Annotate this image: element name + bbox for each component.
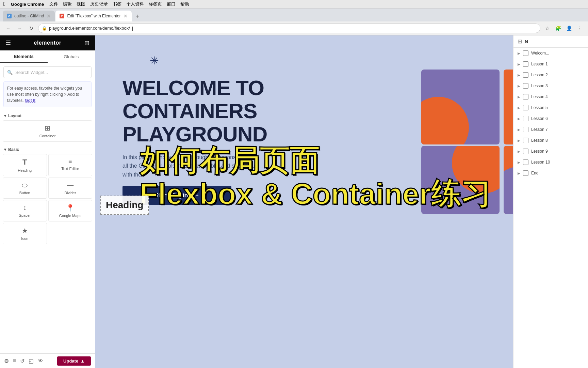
layout-widgets-grid: ⊞ Container bbox=[2, 120, 93, 144]
favorites-notice-text: For easy access, favorite the widgets yo… bbox=[7, 86, 82, 103]
outline-container-icon-7 bbox=[523, 127, 528, 132]
dots-icon: ⋮ bbox=[577, 26, 582, 31]
menu-help[interactable]: 帮助 bbox=[180, 1, 189, 7]
card-bottom-left bbox=[421, 146, 500, 214]
circle-orange-topleft bbox=[421, 97, 469, 144]
container-icon: ⊞ bbox=[45, 124, 50, 132]
update-button[interactable]: Update ▲ bbox=[57, 356, 91, 366]
search-icon: 🔍 bbox=[7, 70, 13, 75]
app-name[interactable]: Google Chrome bbox=[11, 2, 44, 7]
tab-favicon-elementor: E bbox=[60, 14, 64, 18]
tab-outline-close[interactable]: ✕ bbox=[47, 13, 51, 19]
heading-widget-label: Heading bbox=[106, 200, 143, 210]
outline-item-lesson2[interactable]: ▶ Lesson 2 bbox=[513, 70, 588, 80]
icon-label: Icon bbox=[21, 236, 28, 241]
address-bar[interactable]: 🔒 playground.elementor.com/demo/flexbox/… bbox=[38, 24, 540, 33]
divider-icon: — bbox=[67, 181, 74, 189]
new-tab-button[interactable]: + bbox=[132, 11, 143, 21]
outline-container-icon-10 bbox=[523, 159, 528, 165]
outline-item-end[interactable]: ▶ End bbox=[513, 168, 588, 179]
elementor-sidebar: ☰ elementor ⊞ Elements Globals 🔍 Search … bbox=[0, 35, 95, 368]
outline-item-lesson5[interactable]: ▶ Lesson 5 bbox=[513, 102, 588, 113]
menu-edit[interactable]: 编辑 bbox=[63, 1, 72, 7]
elementor-logo: elementor bbox=[34, 40, 62, 46]
tab-elementor[interactable]: E Edit "Flexbox" with Elementor ✕ bbox=[55, 11, 131, 21]
widget-container[interactable]: ⊞ Container bbox=[3, 120, 92, 142]
outline-item-lesson4[interactable]: ▶ Lesson 4 bbox=[513, 91, 588, 102]
tab-elementor-close[interactable]: ✕ bbox=[124, 13, 128, 19]
circle-orange-bottomleft bbox=[452, 146, 500, 194]
text-editor-label: Text Editor bbox=[61, 167, 79, 171]
basic-section-header[interactable]: ▾ Basic bbox=[2, 144, 93, 154]
user-button[interactable]: 👤 bbox=[564, 24, 574, 33]
menu-tabs[interactable]: 标签页 bbox=[149, 1, 162, 7]
widget-heading[interactable]: T Heading bbox=[3, 154, 47, 176]
menu-window[interactable]: 窗口 bbox=[167, 1, 176, 7]
outline-panel: ⊞ N ▶ Welcom... ▶ Lesson 1 ▶ Lesson 2 ▶ bbox=[513, 35, 588, 368]
tab-elements[interactable]: Elements bbox=[0, 50, 48, 63]
preview-icon[interactable]: 👁 bbox=[38, 358, 43, 364]
heading-label: Heading bbox=[18, 168, 32, 172]
bookmark-icon: ☆ bbox=[545, 26, 550, 31]
menu-history[interactable]: 历史记录 bbox=[90, 1, 108, 7]
forward-button[interactable]: → bbox=[15, 24, 24, 33]
back-button[interactable]: ← bbox=[3, 24, 13, 33]
outline-item-lesson3[interactable]: ▶ Lesson 3 bbox=[513, 80, 588, 91]
widgets-content: ▾ Layout ⊞ Container ▾ Basic T Heading bbox=[0, 111, 95, 353]
menu-bookmarks[interactable]: 书签 bbox=[113, 1, 121, 7]
widget-button[interactable]: ⬭ Button bbox=[3, 178, 47, 199]
outline-item-lesson9[interactable]: ▶ Lesson 9 bbox=[513, 146, 588, 157]
outline-item-lesson10[interactable]: ▶ Lesson 10 bbox=[513, 157, 588, 168]
google-maps-icon: 📍 bbox=[66, 204, 75, 212]
history-icon[interactable]: ↺ bbox=[20, 358, 24, 364]
settings-icon[interactable]: ⚙ bbox=[4, 358, 9, 364]
welcome-title: WELCOME TO CONTAINERS PLAYGROUND bbox=[122, 76, 445, 146]
card-top-left bbox=[421, 70, 500, 144]
hamburger-icon[interactable]: ☰ bbox=[5, 39, 11, 47]
widget-icon[interactable]: ★ Icon bbox=[3, 223, 47, 244]
grid-icon[interactable]: ⊞ bbox=[84, 39, 89, 47]
widget-text-editor[interactable]: ≡ Text Editor bbox=[48, 154, 93, 176]
tab-outline[interactable]: O outline - GitMind ✕ bbox=[3, 11, 55, 21]
tab-globals[interactable]: Globals bbox=[48, 50, 95, 63]
menu-view[interactable]: 视图 bbox=[77, 1, 85, 7]
outline-item-lesson1[interactable]: ▶ Lesson 1 bbox=[513, 59, 588, 70]
outline-item-lesson8[interactable]: ▶ Lesson 8 bbox=[513, 135, 588, 146]
structure-icon[interactable]: ≡ bbox=[13, 358, 16, 364]
got-it-link[interactable]: Got It bbox=[25, 98, 35, 103]
layout-section-header[interactable]: ▾ Layout bbox=[2, 111, 93, 120]
outline-label-lesson1: Lesson 1 bbox=[531, 62, 548, 66]
button-label: Button bbox=[19, 191, 30, 195]
outline-label-lesson9: Lesson 9 bbox=[531, 149, 548, 154]
outline-label-welcome: Welcom... bbox=[531, 51, 549, 56]
widget-divider[interactable]: — Divider bbox=[48, 178, 93, 199]
icon-widget-icon: ★ bbox=[22, 227, 28, 235]
refresh-button[interactable]: ↻ bbox=[27, 24, 36, 33]
button-icon: ⬭ bbox=[22, 181, 28, 189]
canvas-area[interactable]: ✳ WELCOME TO CONTAINERS PLAYGROUND In th… bbox=[95, 35, 588, 368]
outline-item-lesson7[interactable]: ▶ Lesson 7 bbox=[513, 124, 588, 135]
responsive-icon[interactable]: ◱ bbox=[29, 358, 34, 364]
outline-container-icon-1 bbox=[523, 61, 528, 67]
apple-menu[interactable]:  bbox=[3, 1, 5, 7]
extensions-button[interactable]: 🧩 bbox=[553, 24, 563, 33]
outline-container-icon-6 bbox=[523, 116, 528, 121]
outline-label-lesson8: Lesson 8 bbox=[531, 138, 548, 143]
menu-profile[interactable]: 个人资料 bbox=[126, 1, 144, 7]
bookmark-button[interactable]: ☆ bbox=[542, 24, 552, 33]
menu-button[interactable]: ⋮ bbox=[575, 24, 585, 33]
outline-label-lesson10: Lesson 10 bbox=[531, 160, 550, 165]
widget-spacer[interactable]: ↕ Spacer bbox=[3, 200, 47, 221]
search-widget-input[interactable]: 🔍 Search Widget... bbox=[3, 66, 92, 78]
outline-item-lesson6[interactable]: ▶ Lesson 6 bbox=[513, 113, 588, 124]
outline-item-welcome[interactable]: ▶ Welcom... bbox=[513, 48, 588, 59]
menu-items: 文件 编辑 视图 历史记录 书签 个人资料 标签页 窗口 帮助 bbox=[49, 1, 189, 7]
nav-actions: ☆ 🧩 👤 ⋮ bbox=[542, 24, 585, 33]
menu-file[interactable]: 文件 bbox=[49, 1, 58, 7]
start-playing-label: Start Playing → bbox=[154, 192, 199, 199]
widget-google-maps[interactable]: 📍 Google Maps bbox=[48, 200, 93, 221]
welcome-description: In this playground, you'll go through 10… bbox=[122, 153, 259, 179]
address-cursor: | bbox=[132, 26, 133, 31]
elementor-tabs: Elements Globals bbox=[0, 50, 95, 63]
navigation-bar: ← → ↻ 🔒 playground.elementor.com/demo/fl… bbox=[0, 21, 588, 35]
